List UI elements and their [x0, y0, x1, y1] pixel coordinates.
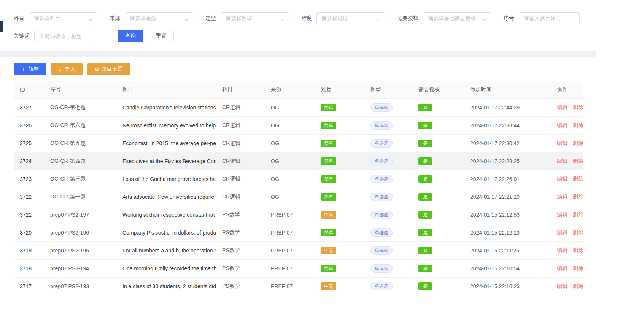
import-button-label: 导入 [65, 66, 75, 73]
question-table: ID序号题目科目来源难度题型需要授权添加时间操作 3727 OG-CR-第七题 … [14, 81, 583, 295]
delete-link[interactable]: 删除 [573, 229, 583, 235]
filter-label: 题型 [205, 15, 216, 22]
edit-link[interactable]: 编辑 [557, 194, 568, 200]
cell-serial: OG-CR-第六题 [44, 116, 116, 134]
keyword-input[interactable] [35, 30, 95, 42]
cell-id: 3725 [14, 134, 44, 152]
filter-select[interactable] [316, 12, 385, 24]
delete-link[interactable]: 删除 [573, 265, 583, 271]
filter-text-input[interactable] [519, 13, 579, 24]
filter-select-input[interactable] [29, 13, 97, 24]
auth-badge: 是 [418, 122, 432, 129]
delete-link[interactable]: 删除 [573, 176, 583, 182]
delete-link[interactable]: 删除 [573, 158, 583, 164]
cell-auth: 是 [412, 152, 464, 170]
delete-link[interactable]: 删除 [573, 247, 583, 253]
cell-title: One morning Emily recorded the time th [116, 259, 216, 277]
table-toolbar: ＋ 新增 ⇣ 导入 ⚙ 题目设置 [14, 63, 583, 75]
cell-title: Arts advocate: Few universities require … [116, 188, 216, 206]
filter-item: 来源 [110, 12, 193, 24]
cell-serial: OG-CR-第七题 [44, 98, 116, 116]
cell-auth: 是 [412, 241, 464, 259]
delete-link[interactable]: 删除 [573, 140, 583, 146]
cell-difficulty: 中等 [315, 241, 364, 259]
cell-source: PREP 07 [265, 277, 315, 295]
cell-id: 3718 [14, 259, 44, 277]
cell-serial: OG-CR-第一题 [44, 188, 116, 206]
plus-icon: ＋ [21, 67, 26, 72]
reset-button[interactable]: 重置 [149, 30, 174, 42]
cell-auth: 是 [412, 98, 464, 116]
import-icon: ⇣ [58, 67, 62, 72]
sidebar-collapsed-strip[interactable] [0, 21, 3, 32]
filter-label: 科目 [14, 15, 24, 22]
qtype-badge: 单选题 [370, 139, 393, 148]
filter-row-2: 关键词 查询 重置 [14, 30, 583, 42]
cell-actions: 编辑 删除 [551, 206, 583, 224]
table-row: 3722 OG-CR-第一题 Arts advocate: Few univer… [14, 188, 583, 206]
edit-link[interactable]: 编辑 [557, 140, 568, 146]
table-row: 3718 prep07 PS2-194 One morning Emily re… [14, 259, 583, 277]
difficulty-badge: 中等 [321, 211, 336, 219]
import-button[interactable]: ⇣ 导入 [51, 63, 83, 75]
qtype-badge: 单选题 [370, 193, 393, 201]
column-header: 序号 [44, 81, 116, 98]
difficulty-badge: 简单 [321, 122, 336, 129]
filter-select-input[interactable] [423, 13, 491, 24]
cell-source: OG [265, 116, 315, 134]
difficulty-badge: 中等 [321, 282, 336, 290]
cell-time: 2024-01-17 22:30:42 [464, 134, 551, 152]
filter-select-input[interactable] [125, 13, 193, 24]
edit-link[interactable]: 编辑 [557, 122, 568, 128]
cell-serial: prep07 PS2-196 [44, 224, 116, 241]
filter-select[interactable] [29, 12, 97, 24]
filter-select[interactable] [519, 12, 580, 24]
qtype-badge: 单选题 [370, 246, 393, 255]
delete-link[interactable]: 删除 [573, 122, 583, 128]
column-header: 需要授权 [412, 81, 464, 98]
delete-link[interactable]: 删除 [573, 194, 583, 200]
cell-auth: 是 [412, 259, 464, 277]
edit-link[interactable]: 编辑 [557, 158, 568, 164]
auth-badge: 是 [418, 229, 432, 236]
edit-link[interactable]: 编辑 [557, 211, 568, 217]
filter-select[interactable] [423, 12, 491, 24]
question-settings-button[interactable]: ⚙ 题目设置 [87, 63, 130, 75]
cell-source: OG [265, 170, 315, 188]
filter-select[interactable] [125, 12, 193, 24]
cell-id: 3727 [14, 98, 44, 116]
cell-auth: 是 [412, 170, 464, 188]
cell-id: 3726 [14, 116, 44, 134]
auth-badge: 是 [418, 175, 432, 183]
column-header: 科目 [216, 81, 265, 98]
auth-badge: 是 [418, 211, 432, 219]
cell-subject: CR逻辑 [216, 152, 265, 170]
cell-qtype: 单选题 [364, 188, 412, 206]
cell-difficulty: 简单 [315, 224, 364, 241]
filter-select-input[interactable] [317, 13, 385, 24]
add-button[interactable]: ＋ 新增 [14, 63, 46, 75]
edit-link[interactable]: 编辑 [557, 265, 568, 271]
delete-link[interactable]: 删除 [573, 104, 583, 110]
difficulty-badge: 简单 [321, 104, 336, 111]
filter-label: 序号 [504, 15, 514, 22]
cell-title: Company P's cost c, in dollars, of produ [116, 224, 216, 241]
search-button[interactable]: 查询 [118, 30, 143, 42]
cell-id: 3719 [14, 241, 44, 259]
edit-link[interactable]: 编辑 [557, 283, 568, 289]
edit-link[interactable]: 编辑 [557, 176, 568, 182]
difficulty-badge: 中等 [321, 247, 336, 254]
cell-time: 2024-01-15 22:10:23 [464, 277, 551, 295]
filter-select-input[interactable] [221, 13, 289, 24]
auth-badge: 是 [418, 193, 432, 201]
edit-link[interactable]: 编辑 [557, 229, 568, 235]
cell-source: OG [265, 134, 315, 152]
cell-title: Working at their respective constant rat [116, 206, 216, 224]
table-row: 3723 OG-CR-第三题 Loss of the Gocha mangrov… [14, 170, 583, 188]
edit-link[interactable]: 编辑 [557, 104, 568, 110]
delete-link[interactable]: 删除 [573, 211, 583, 217]
cell-title: Candle Corporation's television stations [116, 98, 216, 116]
filter-select[interactable] [221, 12, 289, 24]
edit-link[interactable]: 编辑 [557, 247, 568, 253]
delete-link[interactable]: 删除 [573, 283, 583, 289]
